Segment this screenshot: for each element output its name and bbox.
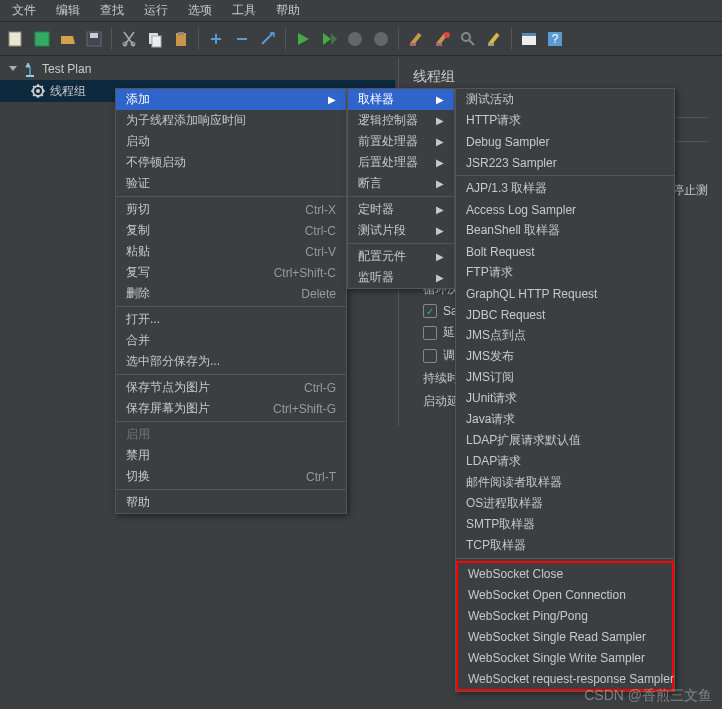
ctx-选中部分保存为...[interactable]: 选中部分保存为... <box>116 351 346 372</box>
start-icon[interactable] <box>291 27 315 51</box>
help-icon[interactable]: ? <box>543 27 567 51</box>
menu-search[interactable]: 查找 <box>90 0 134 21</box>
shutdown-icon[interactable] <box>369 27 393 51</box>
start-no-pause-icon[interactable] <box>317 27 341 51</box>
ctx-启动[interactable]: 启动 <box>116 131 346 152</box>
gear-icon <box>30 83 46 99</box>
collapse-icon[interactable] <box>230 27 254 51</box>
sampler-TCP取样器[interactable]: TCP取样器 <box>456 535 674 556</box>
menubar: 文件 编辑 查找 运行 选项 工具 帮助 <box>0 0 722 22</box>
ctx-禁用[interactable]: 禁用 <box>116 445 346 466</box>
sub-逻辑控制器[interactable]: 逻辑控制器▶ <box>348 110 454 131</box>
new-icon[interactable] <box>4 27 28 51</box>
sampler-WebSocket Ping/Pong[interactable]: WebSocket Ping/Pong <box>458 605 672 626</box>
sampler-LDAP请求[interactable]: LDAP请求 <box>456 451 674 472</box>
menu-file[interactable]: 文件 <box>2 0 46 21</box>
stop-label: 停止测 <box>672 182 708 199</box>
tree-expand-icon[interactable] <box>8 64 18 74</box>
ctx-帮助[interactable]: 帮助 <box>116 492 346 513</box>
sampler-WebSocket Single Write Sampler[interactable]: WebSocket Single Write Sampler <box>458 647 672 668</box>
same-user-checkbox[interactable] <box>423 304 437 318</box>
svg-rect-18 <box>522 33 536 36</box>
paste-icon[interactable] <box>169 27 193 51</box>
sampler-GraphQL HTTP Request[interactable]: GraphQL HTTP Request <box>456 283 674 304</box>
sampler-测试活动[interactable]: 测试活动 <box>456 89 674 110</box>
menu-options[interactable]: 选项 <box>178 0 222 21</box>
svg-rect-13 <box>436 43 442 46</box>
sampler-邮件阅读者取样器[interactable]: 邮件阅读者取样器 <box>456 472 674 493</box>
menu-help[interactable]: 帮助 <box>266 0 310 21</box>
templates-icon[interactable] <box>30 27 54 51</box>
delay-checkbox[interactable] <box>423 326 437 340</box>
ctx-合并[interactable]: 合并 <box>116 330 346 351</box>
ctx-保存节点为图片[interactable]: 保存节点为图片Ctrl-G <box>116 377 346 398</box>
ctx-验证[interactable]: 验证 <box>116 173 346 194</box>
ctx-切换[interactable]: 切换Ctrl-T <box>116 466 346 487</box>
search-icon[interactable] <box>456 27 480 51</box>
sampler-OS进程取样器[interactable]: OS进程取样器 <box>456 493 674 514</box>
menu-run[interactable]: 运行 <box>134 0 178 21</box>
scheduler-checkbox[interactable] <box>423 349 437 363</box>
ctx-剪切[interactable]: 剪切Ctrl-X <box>116 199 346 220</box>
sampler-WebSocket Close[interactable]: WebSocket Close <box>458 563 672 584</box>
sampler-Debug Sampler[interactable]: Debug Sampler <box>456 131 674 152</box>
ctx-启用[interactable]: 启用 <box>116 424 346 445</box>
svg-point-10 <box>348 32 362 46</box>
sampler-HTTP请求[interactable]: HTTP请求 <box>456 110 674 131</box>
sub-测试片段[interactable]: 测试片段▶ <box>348 220 454 241</box>
sampler-JMS发布[interactable]: JMS发布 <box>456 346 674 367</box>
cut-icon[interactable] <box>117 27 141 51</box>
ctx-保存屏幕为图片[interactable]: 保存屏幕为图片Ctrl+Shift-G <box>116 398 346 419</box>
ctx-不停顿启动[interactable]: 不停顿启动 <box>116 152 346 173</box>
sub-配置元件[interactable]: 配置元件▶ <box>348 246 454 267</box>
svg-rect-7 <box>152 36 161 47</box>
tree-root[interactable]: Test Plan <box>0 58 395 80</box>
menu-tools[interactable]: 工具 <box>222 0 266 21</box>
sampler-LDAP扩展请求默认值[interactable]: LDAP扩展请求默认值 <box>456 430 674 451</box>
sampler-JSR223 Sampler[interactable]: JSR223 Sampler <box>456 152 674 173</box>
ctx-删除[interactable]: 删除Delete <box>116 283 346 304</box>
expand-icon[interactable] <box>204 27 228 51</box>
sub-后置处理器[interactable]: 后置处理器▶ <box>348 152 454 173</box>
sampler-Access Log Sampler[interactable]: Access Log Sampler <box>456 199 674 220</box>
open-icon[interactable] <box>56 27 80 51</box>
sub-前置处理器[interactable]: 前置处理器▶ <box>348 131 454 152</box>
sampler-Bolt Request[interactable]: Bolt Request <box>456 241 674 262</box>
sampler-BeanShell 取样器[interactable]: BeanShell 取样器 <box>456 220 674 241</box>
toggle-icon[interactable] <box>256 27 280 51</box>
sampler-JDBC Request[interactable]: JDBC Request <box>456 304 674 325</box>
ctx-打开...[interactable]: 打开... <box>116 309 346 330</box>
save-icon[interactable] <box>82 27 106 51</box>
sub-取样器[interactable]: 取样器▶ <box>348 89 454 110</box>
svg-point-23 <box>36 89 40 93</box>
sub-定时器[interactable]: 定时器▶ <box>348 199 454 220</box>
sampler-SMTP取样器[interactable]: SMTP取样器 <box>456 514 674 535</box>
sampler-FTP请求[interactable]: FTP请求 <box>456 262 674 283</box>
testplan-icon <box>22 61 38 77</box>
ctx-添加[interactable]: 添加▶ <box>116 89 346 110</box>
copy-icon[interactable] <box>143 27 167 51</box>
sub-断言[interactable]: 断言▶ <box>348 173 454 194</box>
sampler-WebSocket request-response Sampler[interactable]: WebSocket request-response Sampler <box>458 668 672 689</box>
stop-icon[interactable] <box>343 27 367 51</box>
sampler-JMS订阅[interactable]: JMS订阅 <box>456 367 674 388</box>
sampler-AJP/1.3 取样器[interactable]: AJP/1.3 取样器 <box>456 178 674 199</box>
sub-监听器[interactable]: 监听器▶ <box>348 267 454 288</box>
ctx-复写[interactable]: 复写Ctrl+Shift-C <box>116 262 346 283</box>
sampler-JMS点到点[interactable]: JMS点到点 <box>456 325 674 346</box>
sampler-JUnit请求[interactable]: JUnit请求 <box>456 388 674 409</box>
sampler-WebSocket Single Read Sampler[interactable]: WebSocket Single Read Sampler <box>458 626 672 647</box>
panel-title: 线程组 <box>413 68 708 86</box>
function-helper-icon[interactable] <box>517 27 541 51</box>
sampler-Java请求[interactable]: Java请求 <box>456 409 674 430</box>
svg-rect-21 <box>26 75 34 77</box>
reset-search-icon[interactable] <box>482 27 506 51</box>
clear-icon[interactable] <box>404 27 428 51</box>
add-submenu: 取样器▶逻辑控制器▶前置处理器▶后置处理器▶断言▶定时器▶测试片段▶配置元件▶监… <box>347 88 455 289</box>
ctx-为子线程添加响应时间[interactable]: 为子线程添加响应时间 <box>116 110 346 131</box>
clear-all-icon[interactable] <box>430 27 454 51</box>
ctx-复制[interactable]: 复制Ctrl-C <box>116 220 346 241</box>
menu-edit[interactable]: 编辑 <box>46 0 90 21</box>
sampler-WebSocket Open Connection[interactable]: WebSocket Open Connection <box>458 584 672 605</box>
ctx-粘贴[interactable]: 粘贴Ctrl-V <box>116 241 346 262</box>
